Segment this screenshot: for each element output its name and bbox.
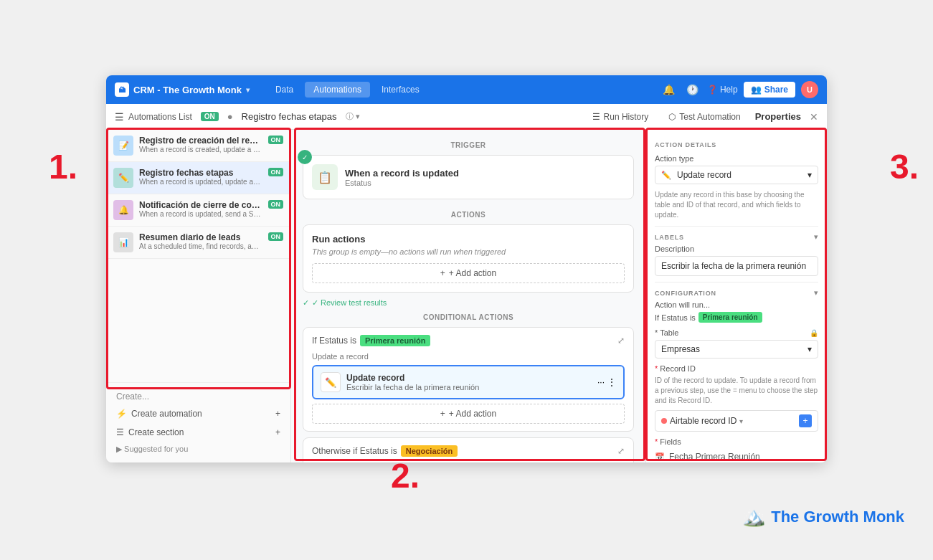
labels-toggle-icon[interactable]: ▾ (814, 232, 818, 242)
item-icon-4: 📊 (113, 232, 133, 252)
config-section: CONFIGURATION ▾ (655, 288, 818, 298)
conditional-title-1: If Estatus is Primera reunión (312, 335, 430, 346)
action-type-desc: Update any record in this base by choosi… (655, 190, 818, 220)
action-will-run-label: Action will run... (655, 300, 818, 309)
app-chevron-icon[interactable]: ▾ (246, 86, 250, 94)
test-automation-button[interactable]: ⬡ Test Automation (663, 109, 746, 125)
airtable-dot (661, 418, 667, 424)
update-record-card-1[interactable]: ✏️ Update record Escribir la fecha de la… (312, 365, 625, 399)
condition-display: If Estatus is Primera reunión (655, 312, 818, 323)
plus-icon-section: + (275, 427, 280, 437)
config-heading: CONFIGURATION (655, 290, 716, 297)
expand-icon-2[interactable]: ⤢ (617, 446, 625, 456)
divider-1 (655, 226, 818, 227)
nav-tabs: Data Automations Interfaces (267, 82, 428, 98)
info-icon[interactable]: ⓘ ▾ (346, 111, 360, 122)
item-status-1: ON (268, 136, 284, 144)
conditional-actions-label: CONDITIONAL ACTIONS (303, 313, 634, 321)
test-icon: ⬡ (668, 112, 676, 122)
app-title: CRM - The Growth Monk (133, 85, 242, 95)
trigger-card[interactable]: ✓ 📋 When a record is updated Estatus (303, 155, 634, 199)
user-avatar[interactable]: U (801, 81, 818, 98)
canvas-area[interactable]: TRIGGER ✓ 📋 When a record is updated Est… (291, 130, 645, 462)
conditional-header-2: Otherwise if Estatus is Negociación ⤢ (312, 445, 625, 457)
run-history-button[interactable]: ☰ Run History (587, 109, 655, 125)
test-label: Test Automation (679, 112, 740, 122)
item-desc-4: At a scheduled time, find records, and 1… (139, 242, 262, 250)
fields-row: 📅 Fecha Primera Reunión (655, 449, 818, 462)
action-type-value-wrap: ✏️ Update record (661, 170, 731, 180)
sidebar-footer: Create... ⚡ Create automation + ☰ Create… (106, 382, 290, 462)
config-toggle-icon[interactable]: ▾ (814, 288, 818, 298)
automation-item-3[interactable]: 🔔 Notificación de cierre de contrato Whe… (106, 194, 290, 227)
table-value: Empresas (661, 344, 700, 354)
action-type-select[interactable]: ✏️ Update record ▾ (655, 166, 818, 184)
automation-item[interactable]: 📝 Registro de creación del registro When… (106, 130, 290, 162)
bell-icon[interactable]: 🔔 (660, 82, 678, 97)
properties-title: Properties (755, 111, 801, 122)
on-badge: ON (201, 112, 219, 121)
automation-item-4[interactable]: 📊 Resumen diario de leads At a scheduled… (106, 227, 290, 259)
annotation-1: 1. (49, 147, 77, 186)
close-icon[interactable]: ✕ (810, 111, 818, 123)
trigger-info: When a record is updated Estatus (345, 168, 459, 187)
update-record-desc: Escribir la fecha de la primera reunión (346, 383, 592, 391)
run-actions-title: Run actions (312, 234, 625, 245)
record-id-row: Airtable record ID ▾ + (655, 410, 818, 432)
item-name-3: Notificación de cierre de contrato (139, 200, 262, 210)
trigger-title: When a record is updated (345, 168, 459, 179)
table-select[interactable]: Empresas ▾ (655, 340, 818, 359)
airtable-chevron-icon[interactable]: ▾ (739, 417, 743, 425)
expand-icon-1[interactable]: ⤢ (617, 336, 625, 346)
suggested-label[interactable]: ▶ Suggested for you (113, 442, 283, 457)
share-button[interactable]: 👥 Share (744, 82, 795, 98)
clock-icon[interactable]: 🕐 (683, 82, 701, 97)
update-record-icon: ✏️ (321, 372, 341, 392)
help-icon: ❓ (707, 85, 718, 95)
conditional-title-2: Otherwise if Estatus is Negociación (312, 445, 458, 457)
create-section-button[interactable]: ☰ Create section + (113, 423, 283, 442)
condition-chip: Primera reunión (698, 312, 762, 323)
tab-data[interactable]: Data (267, 82, 302, 98)
plus-icon-main: + (440, 268, 445, 278)
sub-nav-right: ☰ Run History ⬡ Test Automation Properti… (587, 109, 818, 125)
sidebar: 📝 Registro de creación del registro When… (106, 130, 291, 462)
create-label: Create... (113, 389, 283, 404)
trigger-section-label: TRIGGER (303, 141, 634, 149)
automation-icon: ⚡ (116, 409, 127, 419)
table-label-row: * Table 🔒 (655, 328, 818, 337)
nav-right: 🔔 🕐 ❓ Help 👥 Share U (660, 81, 818, 98)
toggle-icon[interactable]: ● (227, 111, 233, 122)
actions-section-label: ACTIONS (303, 211, 634, 219)
automations-list-label: Automations List (128, 112, 192, 122)
item-info-1: Registro de creación del registro When a… (139, 136, 262, 153)
run-actions-card: Run actions This group is empty—no actio… (303, 224, 634, 293)
menu-icon[interactable]: ☰ (115, 111, 124, 123)
pencil-icon: ✏️ (661, 171, 671, 180)
tab-automations[interactable]: Automations (305, 82, 370, 98)
review-test[interactable]: ✓ ✓ Review test results (303, 298, 634, 308)
description-input[interactable]: Escribir la fecha de la primera reunión (655, 256, 818, 276)
item-info-2: Registro fechas etapas When a record is … (139, 168, 262, 186)
automation-item-active[interactable]: ✏️ Registro fechas etapas When a record … (106, 162, 290, 194)
help-button[interactable]: ❓ Help (707, 85, 738, 95)
add-action-button-main[interactable]: + + Add action (312, 263, 625, 283)
create-automation-button[interactable]: ⚡ Create automation + (113, 404, 283, 423)
lock-icon: 🔒 (810, 329, 818, 337)
more-icon[interactable]: ··· (597, 377, 605, 387)
logo-watermark: 🏔️ The Growth Monk (742, 506, 904, 528)
item-status-3: ON (268, 200, 284, 209)
item-icon-2: ✏️ (113, 168, 133, 188)
item-icon-3: 🔔 (113, 200, 133, 220)
item-status-4: ON (268, 232, 284, 241)
conditional-card-1: If Estatus is Primera reunión ⤢ Update a… (303, 327, 634, 432)
nav-logo: 🏔 CRM - The Growth Monk ▾ (115, 82, 250, 97)
add-action-button-1[interactable]: + + Add action (312, 404, 625, 424)
chevron-down-icon: ▾ (808, 170, 812, 180)
tab-interfaces[interactable]: Interfaces (373, 82, 428, 98)
annotation-3: 3. (890, 147, 919, 186)
run-actions-empty: This group is empty—no actions will run … (312, 247, 625, 256)
menu-icon-record[interactable]: ⋮ (607, 377, 616, 387)
add-record-id-button[interactable]: + (799, 414, 812, 427)
record-id-hint: ID of the record to update. To update a … (655, 376, 818, 406)
